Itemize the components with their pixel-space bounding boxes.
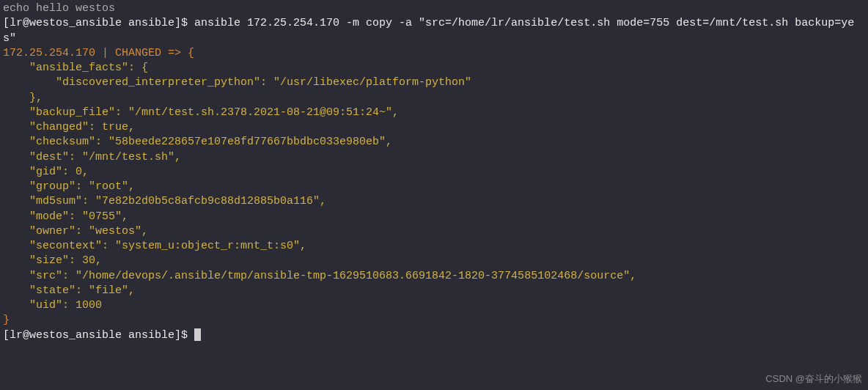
result-owner: "owner": "westos", <box>3 224 865 239</box>
result-uid: "uid": 1000 <box>3 298 865 313</box>
result-group: "group": "root", <box>3 180 865 194</box>
terminal-output[interactable]: echo hello westos [lr@westos_ansible ans… <box>3 1 865 343</box>
shell-prompt-2: [lr@westos_ansible ansible]$ <box>3 329 194 342</box>
result-mode: "mode": "0755", <box>3 210 865 224</box>
result-secontext: "secontext": "system_u:object_r:mnt_t:s0… <box>3 239 865 254</box>
result-header: 172.25.254.170 | CHANGED => { <box>3 46 865 61</box>
shell-prompt: [lr@westos_ansible ansible]$ <box>3 17 194 29</box>
result-dest: "dest": "/mnt/test.sh", <box>3 150 865 165</box>
ansible-facts-interpreter: "discovered_interpreter_python": "/usr/l… <box>3 76 865 90</box>
command-line-2[interactable]: [lr@westos_ansible ansible]$ <box>3 328 865 343</box>
watermark-text: CSDN @奋斗的小猴猴 <box>765 372 862 386</box>
result-backup-file: "backup_file": "/mnt/test.sh.2378.2021-0… <box>3 106 865 120</box>
ansible-facts-open: "ansible_facts": { <box>3 61 865 76</box>
result-md5sum: "md5sum": "7e82b2d0b5c8afcb9c88d12885b0a… <box>3 194 865 209</box>
ansible-facts-close: }, <box>3 91 865 106</box>
prev-cmd-tail: echo hello westos <box>3 1 865 16</box>
result-checksum: "checksum": "58beede228657e107e8fd77667b… <box>3 135 865 150</box>
result-src: "src": "/home/devops/.ansible/tmp/ansibl… <box>3 269 865 284</box>
result-close-brace: } <box>3 313 865 328</box>
cursor-icon <box>194 328 201 341</box>
result-changed: "changed": true, <box>3 120 865 135</box>
command-line-1: [lr@westos_ansible ansible]$ ansible 172… <box>3 16 865 46</box>
result-state: "state": "file", <box>3 284 865 298</box>
result-gid: "gid": 0, <box>3 165 865 180</box>
result-size: "size": 30, <box>3 254 865 268</box>
